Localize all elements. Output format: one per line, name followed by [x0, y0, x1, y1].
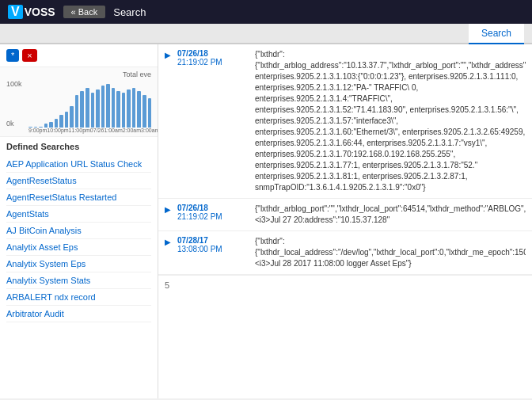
chart-bar: [112, 88, 116, 128]
search-item[interactable]: AEP Application URL Status Check: [6, 156, 151, 173]
result-time: 21:19:02 PM: [177, 58, 249, 67]
search-item[interactable]: Analytix System Stats: [6, 272, 151, 289]
search-item[interactable]: ARBALERT ndx record: [6, 289, 151, 306]
main-content: * × Total eve 100k 0k 9:00pm10:00pm11:00…: [0, 44, 532, 398]
y-axis-bottom: 0k: [6, 120, 22, 128]
chart-bar: [106, 84, 110, 128]
y-axis-top: 100k: [6, 80, 22, 88]
chart-bar: [116, 91, 120, 128]
chart-bar: [70, 106, 74, 128]
chart-bar: [59, 115, 63, 128]
tab-search[interactable]: Search: [469, 24, 524, 44]
search-item[interactable]: Arbitrator Audit: [6, 306, 151, 322]
chart-container: 100k 0k: [6, 80, 151, 128]
search-item[interactable]: AgentResetStatus: [6, 173, 151, 189]
chart-area: Total eve 100k 0k 9:00pm10:00pm11:00pm07…: [0, 67, 158, 137]
result-content: {"lxthdr_arblog_port":"","lxthdr_local_p…: [255, 204, 526, 226]
filter-tags: * ×: [0, 44, 158, 67]
back-button[interactable]: « Back: [63, 6, 106, 18]
table-row: ▶07/28/1713:08:00 PM{"lxthdr":{"lxthdr_l…: [158, 231, 532, 275]
x-axis-label: 2:00am: [123, 128, 141, 133]
chart-bar: [39, 127, 43, 128]
x-axis-label: 3:00am: [141, 128, 158, 133]
x-axis-label: 07/26: [90, 128, 104, 133]
searches-title: Defined Searches: [6, 142, 151, 151]
result-meta: 07/26/1821:19:02 PM: [177, 49, 249, 67]
x-axis-label: 10:00pm: [47, 128, 68, 133]
table-row: ▶07/26/1821:19:02 PM{"lxthdr_arblog_port…: [158, 199, 532, 231]
result-content: {"lxthdr": {"lxthdr_arblog_address":"10.…: [255, 49, 526, 193]
result-meta: 07/26/1821:19:02 PM: [177, 204, 249, 221]
chart-bar: [44, 124, 48, 128]
search-item[interactable]: Analytix Asset Eps: [6, 239, 151, 256]
logo: V VOSS: [8, 5, 55, 19]
x-axis-label: 11:00pm: [69, 128, 90, 133]
search-item[interactable]: Analytix System Eps: [6, 256, 151, 272]
header-title: Search: [113, 6, 146, 18]
result-content: {"lxthdr":{"lxthdr_local_address":"/dev/…: [255, 236, 526, 269]
chart-bar: [96, 90, 100, 128]
searches-section: Defined Searches AEP Application URL Sta…: [0, 137, 158, 327]
logo-v-icon: V: [8, 5, 23, 19]
chart-bar: [49, 122, 53, 128]
chart-bar: [80, 91, 84, 128]
result-date: 07/26/18: [177, 49, 249, 58]
table-row: ▶07/26/1821:19:02 PM{"lxthdr": {"lxthdr_…: [158, 44, 532, 199]
search-items-list: AEP Application URL Status CheckAgentRes…: [6, 156, 151, 322]
x-axis-label: 1:00am: [104, 128, 122, 133]
result-meta: 07/28/1713:08:00 PM: [177, 236, 249, 253]
x-axis: 9:00pm10:00pm11:00pm07/261:00am2:00am3:0…: [28, 128, 151, 133]
chart-bars: [28, 80, 151, 128]
chart-bar: [75, 95, 79, 128]
chart-bar: [55, 119, 59, 128]
chart-total-label: Total eve: [6, 70, 151, 78]
chart-bar: [148, 98, 152, 128]
chart-bar: [137, 91, 141, 128]
search-item[interactable]: AJ BitCoin Analysis: [6, 223, 151, 239]
chart-bar: [34, 127, 38, 128]
expand-icon[interactable]: ▶: [165, 238, 171, 246]
chart-bar: [132, 88, 136, 128]
search-item[interactable]: AgentStats: [6, 206, 151, 223]
y-axis: 100k 0k: [6, 80, 22, 128]
expand-icon[interactable]: ▶: [165, 205, 171, 214]
pagination: 5: [158, 275, 532, 295]
result-time: 21:19:02 PM: [177, 212, 249, 221]
expand-icon[interactable]: ▶: [165, 51, 171, 59]
x-axis-label: 9:00pm: [28, 128, 47, 133]
sidebar: * × Total eve 100k 0k 9:00pm10:00pm11:00…: [0, 44, 158, 398]
logo-text: VOSS: [25, 6, 55, 18]
filter-tag-star[interactable]: *: [6, 49, 19, 62]
chart-bar: [122, 93, 126, 128]
result-date: 07/28/17: [177, 236, 249, 245]
result-time: 13:08:00 PM: [177, 245, 249, 253]
chart-bar: [101, 86, 105, 128]
filter-tag-remove[interactable]: ×: [22, 49, 36, 62]
tab-bar: Search: [0, 24, 532, 44]
search-item[interactable]: AgentResetStatus Restarted: [6, 189, 151, 206]
chart-bar: [142, 95, 146, 128]
chart-bar: [91, 93, 95, 128]
header: V VOSS « Back Search: [0, 0, 532, 24]
chart-bar: [65, 112, 69, 128]
chart-bar: [86, 88, 89, 128]
chart-bar: [127, 90, 131, 128]
results-area[interactable]: ▶07/26/1821:19:02 PM{"lxthdr": {"lxthdr_…: [158, 44, 532, 398]
result-date: 07/26/18: [177, 204, 249, 212]
chart-bar: [28, 127, 32, 128]
